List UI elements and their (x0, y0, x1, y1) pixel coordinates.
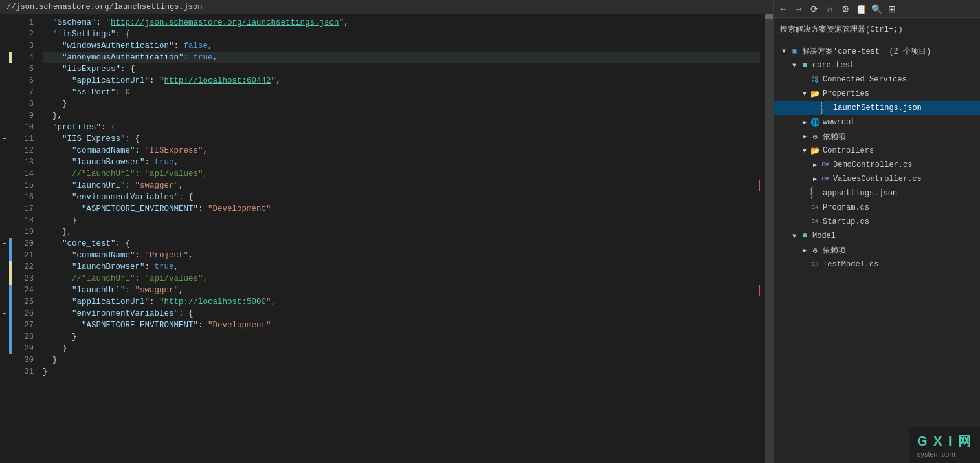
watermark: G X I 网system.com (909, 427, 980, 463)
code-line-15: "launchUrl": "swagger", (43, 180, 760, 191)
collapse-arrow-29 (0, 343, 9, 354)
collapse-arrow-11[interactable]: − (0, 133, 9, 145)
tree-icon-launchsettings: { } (820, 103, 830, 113)
code-line-26: "environmentVariables": { (43, 308, 760, 319)
code-area: "$schema": "http://json.schemastore.org/… (38, 14, 765, 463)
toolbar-filter-btn[interactable]: ⊞ (885, 2, 899, 16)
tree-item-startupcs[interactable]: C#Startup.cs (774, 215, 980, 229)
tree-icon-connected-services: ⛓ (810, 74, 820, 85)
tree-label-core-test: core-test (812, 61, 980, 70)
collapse-arrow-20[interactable]: − (0, 238, 9, 250)
code-line-4: "anonymousAuthentication": true, (43, 52, 760, 63)
code-line-8: } (43, 98, 760, 110)
code-line-2: "iisSettings": { (43, 28, 760, 40)
tree-item-connected-services[interactable]: ⛓Connected Services (774, 72, 980, 87)
code-line-24: "launchUrl": "swagger", (43, 285, 760, 296)
code-line-11: "IIS Express": { (43, 133, 760, 145)
sidebar-tree[interactable]: ▼▣解决方案'core-test' (2 个项目)▼■core-test⛓Con… (774, 41, 980, 463)
collapse-arrow-26[interactable]: − (0, 308, 9, 319)
tree-arrow-properties[interactable]: ▼ (799, 89, 810, 99)
sidebar-toolbar: ← → ⟳ ⌂ ⚙ 📋 🔍 ⊞ (774, 0, 980, 18)
tree-icon-valuescontroller: C# (820, 174, 830, 184)
gutter-yellow-indicator-22 (9, 273, 12, 285)
tree-item-testmodel[interactable]: C#TestModel.cs (774, 257, 980, 272)
editor-content: −−−−−−− 12345678910111213141516171819202… (0, 14, 773, 463)
tree-item-model-deps[interactable]: ▶⚙依赖项 (774, 243, 980, 257)
tree-item-model[interactable]: ▼■Model (774, 229, 980, 243)
collapse-arrow-24 (0, 285, 9, 296)
collapse-arrow-27 (0, 319, 9, 331)
editor-scrollbar[interactable] (765, 14, 773, 463)
tree-arrow-wwwroot[interactable]: ▶ (799, 117, 810, 127)
toolbar-refresh-btn[interactable]: ⟳ (807, 2, 821, 16)
tree-label-appsettings: appsettings.json (823, 189, 980, 198)
tree-arrow-dependencies[interactable]: ▶ (799, 131, 810, 142)
tree-icon-appsettings: { } (810, 188, 820, 199)
tree-label-dependencies: 依赖项 (823, 131, 980, 142)
gutter-yellow-indicator-21 (9, 261, 12, 273)
tree-arrow-controllers[interactable]: ▼ (799, 145, 810, 156)
tree-item-appsettings[interactable]: { }appsettings.json (774, 186, 980, 200)
tree-arrow-testmodel (799, 259, 810, 270)
tree-item-solution[interactable]: ▼▣解决方案'core-test' (2 个项目) (774, 44, 980, 58)
collapse-arrow-2[interactable]: − (0, 28, 9, 40)
tree-label-startupcs: Startup.cs (823, 217, 980, 226)
tree-item-democontroller[interactable]: ▶C#DemoController.cs (774, 158, 980, 172)
toolbar-home-btn[interactable]: ⌂ (823, 2, 837, 16)
code-line-20: "core_test": { (43, 238, 760, 250)
watermark-text: G X I 网 (917, 433, 972, 450)
tree-item-valuescontroller[interactable]: ▶C#ValuesController.cs (774, 172, 980, 186)
collapse-arrow-4 (0, 52, 9, 63)
toolbar-forward-btn[interactable]: → (792, 2, 806, 16)
tree-arrow-democontroller[interactable]: ▶ (810, 160, 820, 170)
code-line-17: "ASPNETCORE_ENVIRONMENT": "Development" (43, 203, 760, 215)
code-line-29: } (43, 343, 760, 354)
tree-arrow-model-deps[interactable]: ▶ (799, 245, 810, 255)
code-line-6: "applicationUrl": "http://localhost:6044… (43, 75, 760, 87)
tree-item-wwwroot[interactable]: ▶🌐wwwroot (774, 115, 980, 129)
tree-arrow-connected-services (799, 74, 810, 85)
code-line-7: "sslPort": 0 (43, 87, 760, 98)
tree-item-controllers[interactable]: ▼📂Controllers (774, 144, 980, 158)
tree-arrow-valuescontroller[interactable]: ▶ (810, 174, 820, 184)
toolbar-settings-btn[interactable]: ⚙ (838, 2, 852, 16)
collapse-arrow-5[interactable]: − (0, 63, 9, 75)
code-line-16: "environmentVariables": { (43, 191, 760, 203)
tree-arrow-solution[interactable]: ▼ (779, 46, 789, 56)
tree-label-controllers: Controllers (823, 146, 980, 155)
code-line-30: } (43, 354, 760, 366)
collapse-arrow-28 (0, 331, 9, 343)
sidebar: ← → ⟳ ⌂ ⚙ 📋 🔍 ⊞ 搜索解决方案资源管理器(Ctrl+;) ▼▣解决… (773, 0, 980, 463)
tree-icon-solution: ▣ (789, 46, 799, 56)
collapse-arrow-13 (0, 156, 9, 168)
code-line-9: }, (43, 110, 760, 122)
toolbar-search-btn[interactable]: 🔍 (869, 2, 884, 16)
editor-titlebar: //json.schemastore.org/launchsettings.js… (0, 0, 773, 14)
tree-item-properties[interactable]: ▼📂Properties (774, 87, 980, 101)
tree-label-programcs: Program.cs (823, 203, 980, 212)
collapse-arrow-10[interactable]: − (0, 122, 9, 133)
tree-arrow-model[interactable]: ▼ (789, 231, 799, 241)
code-line-14: //"launchUrl": "api/values", (43, 168, 760, 180)
collapse-arrow-16[interactable]: − (0, 191, 9, 203)
toolbar-back-btn[interactable]: ← (776, 2, 790, 16)
collapse-arrows: −−−−−−− (0, 14, 9, 463)
tree-icon-model-deps: ⚙ (810, 245, 820, 255)
editor-title: //json.schemastore.org/launchsettings.js… (6, 3, 202, 12)
tree-item-programcs[interactable]: C#Program.cs (774, 200, 980, 215)
toolbar-copy-btn[interactable]: 📋 (854, 2, 868, 16)
tree-item-core-test[interactable]: ▼■core-test (774, 58, 980, 72)
tree-item-dependencies[interactable]: ▶⚙依赖项 (774, 129, 980, 144)
tree-arrow-programcs (799, 202, 810, 213)
line-numbers: 1234567891011121314151617181920212223242… (12, 14, 38, 463)
gutter-blue-indicator (9, 238, 12, 354)
tree-icon-testmodel: C# (810, 259, 820, 270)
tree-icon-properties: 📂 (810, 89, 820, 99)
tree-item-launchsettings[interactable]: { }launchSettings.json (774, 101, 980, 115)
tree-label-launchsettings: launchSettings.json (833, 103, 980, 113)
collapse-arrow-12 (0, 145, 9, 156)
tree-arrow-startupcs (799, 217, 810, 227)
code-line-18: } (43, 215, 760, 226)
tree-label-democontroller: DemoController.cs (833, 160, 980, 169)
tree-arrow-core-test[interactable]: ▼ (789, 60, 799, 70)
